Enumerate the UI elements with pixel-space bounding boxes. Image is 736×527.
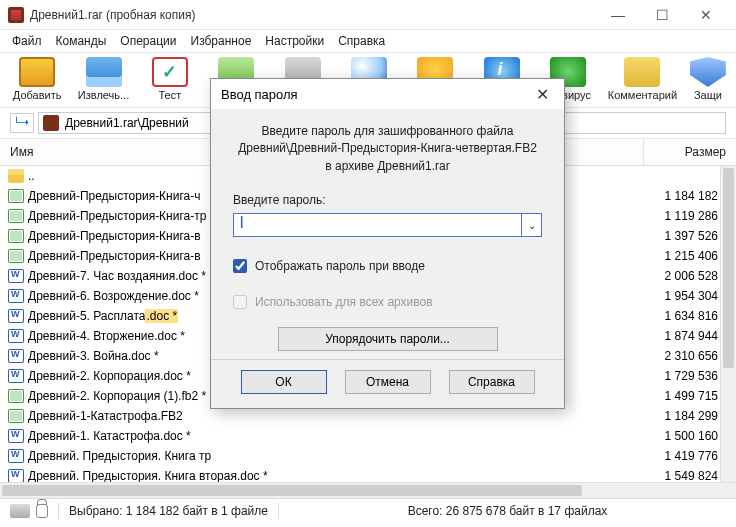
password-dropdown[interactable]: ⌄ xyxy=(522,213,542,237)
use-for-all-input xyxy=(233,295,247,309)
file-name: Древний-1. Катастрофа.doc * xyxy=(28,429,644,443)
organize-passwords-button[interactable]: Упорядочить пароли... xyxy=(278,327,498,351)
app-icon xyxy=(8,7,24,23)
doc-icon xyxy=(8,269,24,283)
scrollbar-thumb[interactable] xyxy=(723,168,734,368)
menu-operations[interactable]: Операции xyxy=(120,34,176,48)
doc-icon xyxy=(8,309,24,323)
extract-icon xyxy=(86,57,122,87)
fb2-icon xyxy=(8,389,24,403)
show-password-input[interactable] xyxy=(233,259,247,273)
scrollbar-thumb[interactable] xyxy=(2,485,582,496)
menu-help[interactable]: Справка xyxy=(338,34,385,48)
test-icon xyxy=(152,57,188,87)
scrollbar-vertical[interactable] xyxy=(720,166,736,482)
window-title: Древний1.rar (пробная копия) xyxy=(30,8,196,22)
protect-icon xyxy=(690,57,726,87)
file-name: Древний-1-Катастрофа.FB2 xyxy=(28,409,644,423)
col-size[interactable]: Размер xyxy=(644,139,736,165)
dialog-message: Введите пароль для зашифрованного файла … xyxy=(233,123,542,175)
fb2-icon xyxy=(8,189,24,203)
menu-commands[interactable]: Команды xyxy=(56,34,107,48)
tb-extract[interactable]: Извлечь... xyxy=(76,57,130,101)
statusbar: Выбрано: 1 184 182 байт в 1 файле Всего:… xyxy=(0,498,736,522)
doc-icon xyxy=(8,429,24,443)
ok-button[interactable]: ОК xyxy=(241,370,327,394)
fb2-icon xyxy=(8,209,24,223)
tb-add[interactable]: Добавить xyxy=(10,57,64,101)
folder-icon xyxy=(8,169,24,183)
password-input[interactable]: | xyxy=(233,213,522,237)
doc-icon xyxy=(8,289,24,303)
lock-icon xyxy=(36,504,48,518)
disk-icon xyxy=(10,504,30,518)
password-dialog: Ввод пароля ✕ Введите пароль для зашифро… xyxy=(210,78,565,409)
comment-icon xyxy=(624,57,660,87)
password-label: Введите пароль: xyxy=(233,193,542,207)
scrollbar-horizontal[interactable] xyxy=(0,482,736,498)
menu-settings[interactable]: Настройки xyxy=(265,34,324,48)
file-name: Древний. Предыстория. Книга вторая.doc * xyxy=(28,469,644,482)
doc-icon xyxy=(8,469,24,482)
add-icon xyxy=(19,57,55,87)
tb-comment[interactable]: Комментарий xyxy=(607,57,678,101)
menubar: Файл Команды Операции Избранное Настройк… xyxy=(0,30,736,52)
tb-protect[interactable]: Защи xyxy=(690,57,726,101)
dialog-close-button[interactable]: ✕ xyxy=(530,85,554,104)
file-row[interactable]: Древний. Предыстория. Книга тр1 419 776 xyxy=(0,446,736,466)
use-for-all-checkbox: Использовать для всех архивов xyxy=(233,295,542,309)
doc-icon xyxy=(8,369,24,383)
fb2-icon xyxy=(8,249,24,263)
up-button[interactable]: ⮡ xyxy=(10,113,34,133)
status-selected: Выбрано: 1 184 182 байт в 1 файле xyxy=(59,504,278,518)
titlebar: Древний1.rar (пробная копия) — ☐ ✕ xyxy=(0,0,736,30)
file-name: Древний. Предыстория. Книга тр xyxy=(28,449,644,463)
file-row[interactable]: Древний. Предыстория. Книга вторая.doc *… xyxy=(0,466,736,482)
show-password-checkbox[interactable]: Отображать пароль при вводе xyxy=(233,259,542,273)
doc-icon xyxy=(8,329,24,343)
doc-icon xyxy=(8,449,24,463)
maximize-button[interactable]: ☐ xyxy=(640,1,684,29)
menu-file[interactable]: Файл xyxy=(12,34,42,48)
cancel-button[interactable]: Отмена xyxy=(345,370,431,394)
help-button[interactable]: Справка xyxy=(449,370,535,394)
menu-favorites[interactable]: Избранное xyxy=(191,34,252,48)
close-button[interactable]: ✕ xyxy=(684,1,728,29)
minimize-button[interactable]: — xyxy=(596,1,640,29)
doc-icon xyxy=(8,349,24,363)
archive-icon xyxy=(43,115,59,131)
path-value: Древний1.rar\Древний xyxy=(65,116,189,130)
dialog-titlebar: Ввод пароля ✕ xyxy=(211,79,564,109)
file-row[interactable]: Древний-1. Катастрофа.doc *1 500 160 xyxy=(0,426,736,446)
dialog-title: Ввод пароля xyxy=(221,87,298,102)
fb2-icon xyxy=(8,409,24,423)
fb2-icon xyxy=(8,229,24,243)
status-total: Всего: 26 875 678 байт в 17 файлах xyxy=(279,504,736,518)
tb-test[interactable]: Тест xyxy=(143,57,197,101)
